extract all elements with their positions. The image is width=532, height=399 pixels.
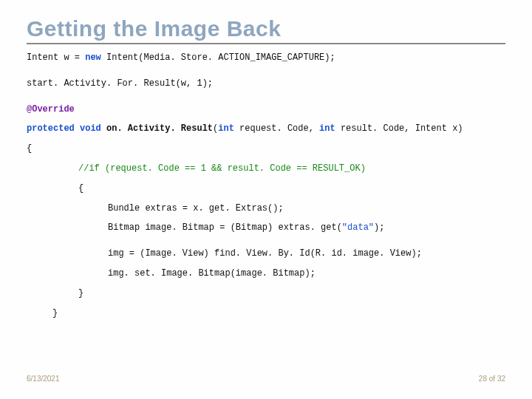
code-text: Intent w = [27, 52, 85, 63]
code-line: Intent w = new Intent(Media. Store. ACTI… [27, 52, 505, 64]
footer-page: 28 of 32 [479, 375, 505, 383]
string-literal: "data" [342, 222, 374, 233]
code-line: @Override [27, 103, 505, 116]
title-divider [27, 43, 505, 44]
code-text: start. Activity. For. Result(w, 1); [27, 78, 213, 89]
keyword-int: int [218, 123, 234, 134]
comment-if: //if [78, 163, 100, 174]
code-line: { [27, 143, 505, 155]
code-line: { [27, 183, 505, 195]
code-line: } [27, 307, 505, 320]
keyword-void: void [80, 123, 101, 134]
code-line: //if (request. Code == 1 && result. Code… [27, 163, 505, 175]
code-line: protected void on. Activity. Result(int … [27, 123, 505, 135]
code-text: Intent(Media. Store. ACTION_IMAGE_CAPTUR… [101, 52, 335, 63]
method-name: on. Activity. Result [106, 123, 213, 134]
page-title: Getting the Image Back [27, 16, 505, 41]
code-line: } [27, 287, 505, 300]
code-block: Intent w = new Intent(Media. Store. ACTI… [27, 52, 505, 319]
comment-text: (request. Code == 1 && result. Code == R… [100, 163, 366, 174]
keyword-new: new [85, 52, 101, 63]
code-line: img. set. Image. Bitmap(image. Bitmap); [27, 267, 505, 280]
keyword-protected: protected [27, 123, 75, 134]
page-sep: of [487, 375, 497, 383]
code-line: img = (Image. View) find. View. By. Id(R… [27, 248, 505, 260]
slide-page: Getting the Image Back Intent w = new In… [0, 0, 532, 399]
code-line: Bundle extras = x. get. Extras(); [27, 202, 505, 215]
code-line: Bitmap image. Bitmap = (Bitmap) extras. … [27, 222, 505, 234]
page-total: 32 [497, 375, 505, 383]
footer-date: 6/13/2021 [27, 375, 60, 383]
annotation-override: @Override [27, 104, 75, 115]
code-line: start. Activity. For. Result(w, 1); [27, 78, 505, 90]
keyword-int: int [319, 123, 335, 134]
page-current: 28 [479, 375, 487, 383]
